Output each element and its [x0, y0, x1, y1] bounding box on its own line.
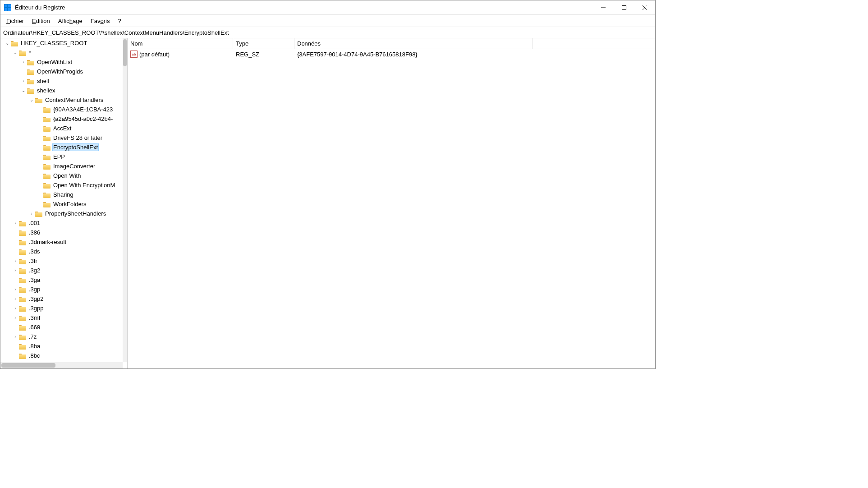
tree-item[interactable]: ›.001: [0, 218, 127, 228]
tree-item[interactable]: ›.3gp: [0, 285, 127, 294]
folder-icon: [43, 154, 51, 160]
folder-icon: [19, 277, 26, 283]
tree-item-label: HKEY_CLASSES_ROOT: [20, 39, 88, 47]
chevron-down-icon[interactable]: ⌄: [28, 97, 35, 103]
menu-view[interactable]: Affichage: [54, 16, 87, 26]
chevron-down-icon[interactable]: ⌄: [20, 87, 27, 94]
tree-item[interactable]: ›OpenWithList: [0, 57, 127, 67]
chevron-right-icon[interactable]: ›: [12, 220, 18, 226]
folder-icon: [43, 125, 51, 132]
folder-icon: [43, 144, 51, 151]
minimize-button[interactable]: [593, 0, 614, 15]
chevron-right-icon[interactable]: ›: [12, 315, 18, 321]
scrollbar-thumb[interactable]: [123, 39, 127, 66]
tree-item[interactable]: ›DriveFS 28 or later: [0, 133, 127, 143]
tree-item[interactable]: ›Sharing: [0, 190, 127, 199]
tree-item[interactable]: ›.3dmark-result: [0, 237, 127, 247]
tree-item[interactable]: ›{a2a9545d-a0c2-42b4-: [0, 114, 127, 124]
values-pane: Nom Type Données ab(par défaut)REG_SZ{3A…: [128, 38, 655, 368]
tree-item[interactable]: ›OpenWithProgids: [0, 67, 127, 76]
folder-icon: [19, 305, 26, 312]
folder-icon: [11, 40, 18, 46]
tree-item[interactable]: ›.8bc: [0, 351, 127, 360]
tree-item[interactable]: ›shell: [0, 76, 127, 86]
tree-item[interactable]: ⌄*: [0, 48, 127, 57]
folder-icon: [35, 211, 42, 217]
titlebar[interactable]: Éditeur du Registre: [0, 0, 655, 15]
tree-item-label: .8bc: [28, 352, 41, 359]
folder-icon: [35, 97, 42, 103]
tree-item-label: OpenWithProgids: [36, 68, 84, 75]
chevron-right-icon[interactable]: ›: [20, 59, 27, 65]
tree-item-label: .3mf: [28, 314, 41, 322]
tree-item[interactable]: ›.3fr: [0, 256, 127, 266]
chevron-down-icon[interactable]: ⌄: [12, 50, 18, 56]
chevron-right-icon[interactable]: ›: [12, 305, 18, 312]
tree-item[interactable]: ›.3gpp: [0, 304, 127, 313]
tree-item[interactable]: ⌄HKEY_CLASSES_ROOT: [0, 38, 127, 48]
tree-item[interactable]: ›.386: [0, 228, 127, 237]
tree-item[interactable]: ⌄shellex: [0, 86, 127, 95]
tree-item[interactable]: ›{90AA3A4E-1CBA-423: [0, 105, 127, 114]
tree-item-label: .3ga: [28, 276, 41, 284]
column-header-name[interactable]: Nom: [128, 38, 233, 49]
chevron-down-icon[interactable]: ⌄: [4, 40, 10, 46]
window-title: Éditeur du Registre: [15, 4, 65, 11]
menu-help[interactable]: ?: [114, 16, 125, 26]
chevron-right-icon[interactable]: ›: [28, 211, 35, 217]
tree-item[interactable]: ›WorkFolders: [0, 199, 127, 209]
chevron-right-icon[interactable]: ›: [12, 296, 18, 302]
values-list[interactable]: ab(par défaut)REG_SZ{3AFE7597-9014-4D74-…: [128, 49, 655, 59]
tree-item[interactable]: ›ImageConverter: [0, 161, 127, 171]
tree-item-label: {a2a9545d-a0c2-42b4-: [52, 115, 114, 123]
tree-item[interactable]: ›.8ba: [0, 341, 127, 351]
chevron-right-icon[interactable]: ›: [12, 334, 18, 340]
tree-item-label: .3gpp: [28, 304, 45, 312]
scrollbar-thumb[interactable]: [1, 363, 55, 368]
menu-edit[interactable]: Edition: [28, 16, 54, 26]
tree-item[interactable]: ›AccExt: [0, 124, 127, 133]
folder-icon: [19, 267, 26, 274]
folder-icon: [43, 106, 51, 113]
tree-item-label: .669: [28, 323, 41, 331]
column-header-data[interactable]: Données: [294, 38, 533, 49]
folder-icon: [19, 286, 26, 293]
tree-item[interactable]: ›.3gp2: [0, 294, 127, 304]
folder-icon: [19, 249, 26, 255]
list-header: Nom Type Données: [128, 38, 655, 49]
chevron-right-icon[interactable]: ›: [12, 267, 18, 274]
tree-item[interactable]: ›.3g2: [0, 266, 127, 275]
tree-item[interactable]: ›Open With: [0, 171, 127, 180]
folder-icon: [19, 239, 26, 245]
value-row[interactable]: ab(par défaut)REG_SZ{3AFE7597-9014-4D74-…: [128, 49, 655, 59]
close-button[interactable]: [634, 0, 655, 15]
tree-item[interactable]: ›PropertySheetHandlers: [0, 209, 127, 218]
address-bar[interactable]: Ordinateur\HKEY_CLASSES_ROOT\*\shellex\C…: [0, 27, 655, 38]
tree-item-label: AccExt: [52, 124, 72, 132]
tree-item[interactable]: ›.3ds: [0, 247, 127, 256]
column-header-type[interactable]: Type: [233, 38, 294, 49]
tree-item[interactable]: ›.7z: [0, 332, 127, 341]
tree-item[interactable]: ⌄ContextMenuHandlers: [0, 95, 127, 105]
tree-horizontal-scrollbar[interactable]: [0, 362, 123, 368]
tree-vertical-scrollbar[interactable]: [123, 38, 127, 362]
chevron-right-icon[interactable]: ›: [20, 78, 27, 84]
maximize-button[interactable]: [614, 0, 634, 15]
tree-item[interactable]: ›EPP: [0, 152, 127, 161]
folder-icon: [19, 50, 26, 56]
tree-item-label: .7z: [28, 333, 37, 341]
tree-item[interactable]: ›.3ga: [0, 275, 127, 285]
tree-item[interactable]: ›EncryptoShellExt: [0, 143, 127, 152]
folder-icon: [19, 324, 26, 331]
chevron-right-icon[interactable]: ›: [12, 286, 18, 293]
menu-favorites[interactable]: Favoris: [87, 16, 114, 26]
tree-item-label: .386: [28, 229, 41, 236]
tree-view[interactable]: ⌄HKEY_CLASSES_ROOT⌄*›OpenWithList›OpenWi…: [0, 38, 127, 362]
menu-file[interactable]: Fichier: [2, 16, 28, 26]
tree-item[interactable]: ›.669: [0, 322, 127, 332]
tree-item[interactable]: ›Open With EncryptionM: [0, 180, 127, 190]
tree-item-label: .3gp: [28, 285, 41, 293]
tree-item[interactable]: ›.3mf: [0, 313, 127, 322]
chevron-right-icon[interactable]: ›: [12, 258, 18, 264]
tree-item-label: .3gp2: [28, 295, 45, 303]
